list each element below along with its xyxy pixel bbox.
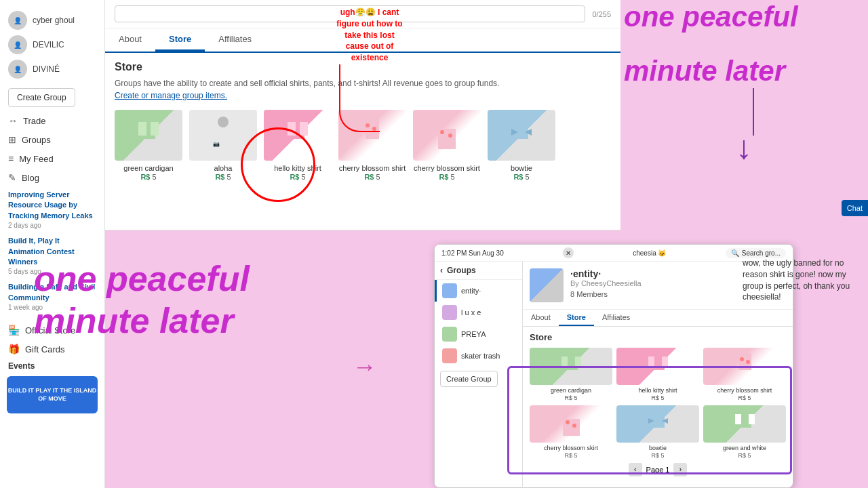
sidebar-item-label: Gift Cards bbox=[25, 344, 65, 354]
svg-point-12 bbox=[440, 130, 444, 134]
chat-button[interactable]: Chat bbox=[842, 200, 868, 216]
tab-store[interactable]: Store bbox=[155, 28, 205, 52]
item-card[interactable]: 📷 aloha R$ 5 bbox=[189, 110, 257, 181]
mobile-tabs-row: About Store Affiliates bbox=[523, 310, 793, 327]
tab-about[interactable]: About bbox=[105, 28, 155, 52]
mobile-store-title: Store bbox=[530, 332, 786, 342]
sidebar-nav: 👤 cyber ghoul 👤 DEVILIC 👤 DIVINÉ Create … bbox=[0, 0, 104, 422]
one-peaceful-label: one peaceful bbox=[34, 258, 250, 300]
item-card[interactable]: cherry blossom skirt R$ 5 bbox=[413, 110, 481, 181]
search-bar[interactable]: 🔍 Search gro... bbox=[726, 248, 786, 258]
blog-item[interactable]: Improving Server Resource Usage by Track… bbox=[8, 190, 96, 230]
mobile-item-card[interactable]: bowtie R$ 5 bbox=[616, 405, 699, 459]
mobile-group-item-skater[interactable]: skater trash bbox=[435, 345, 522, 367]
mobile-item-price: R$ 5 bbox=[530, 452, 612, 459]
mobile-item-card[interactable]: cherry blossom shirt R$ 5 bbox=[703, 348, 786, 401]
sidebar-item-myfeed[interactable]: ≡ My Feed bbox=[0, 149, 104, 168]
mobile-item-thumbnail bbox=[703, 405, 786, 443]
mobile-tab-store[interactable]: Store bbox=[559, 310, 594, 326]
item-price: R$ 5 bbox=[115, 173, 182, 181]
sidebar-item-trade[interactable]: ↔ Trade bbox=[0, 111, 104, 130]
sidebar-item-blog[interactable]: ✎ Blog bbox=[0, 168, 104, 187]
mobile-item-card[interactable]: hello kitty shirt R$ 5 bbox=[616, 348, 699, 401]
blog-title[interactable]: Improving Server Resource Usage by Track… bbox=[8, 190, 96, 221]
item-card[interactable]: hello kitty shirt R$ 5 bbox=[264, 110, 332, 181]
svg-rect-19 bbox=[648, 357, 654, 367]
time-label: 1:02 PM Sun Aug 30 bbox=[441, 249, 504, 257]
back-icon[interactable]: ‹ bbox=[440, 266, 443, 275]
create-group-button[interactable]: Create Group bbox=[8, 88, 75, 107]
entity-name: ·entity· bbox=[570, 268, 768, 279]
mobile-item-card[interactable]: green and white R$ 5 bbox=[703, 405, 786, 459]
robux-icon: R$ bbox=[651, 394, 660, 401]
sidebar-user[interactable]: 👤 DEVILIC bbox=[0, 33, 104, 57]
mobile-item-thumbnail bbox=[530, 348, 612, 385]
price-value: 5 bbox=[574, 452, 578, 459]
next-page-button[interactable]: › bbox=[673, 463, 687, 476]
minute-later-label: minute later bbox=[34, 300, 250, 342]
mobile-item-thumbnail bbox=[616, 405, 699, 443]
mobile-group-item-luxe[interactable]: l u x e bbox=[435, 302, 522, 323]
item-card[interactable]: bowtie R$ 5 bbox=[488, 110, 555, 181]
svg-rect-24 bbox=[563, 419, 580, 436]
mobile-item-name: cherry blossom shirt bbox=[703, 387, 786, 394]
svg-rect-20 bbox=[662, 357, 668, 367]
mobile-store-section: Store green cardigan R$ 5 bbox=[523, 327, 793, 486]
mobile-group-item-preya[interactable]: PREYA bbox=[435, 323, 522, 345]
svg-rect-6 bbox=[288, 122, 296, 136]
mobile-item-price: R$ 5 bbox=[616, 394, 699, 401]
group-name: skater trash bbox=[461, 352, 500, 360]
svg-rect-2 bbox=[151, 122, 159, 136]
store-icon: 🏪 bbox=[8, 325, 20, 336]
item-thumbnail bbox=[115, 110, 182, 161]
events-banner-text: BUILD IT PLAY IT THE ISLAND OF MOVE bbox=[7, 387, 98, 403]
mobile-item-card[interactable]: green cardigan R$ 5 bbox=[530, 348, 612, 401]
events-banner[interactable]: BUILD IT PLAY IT THE ISLAND OF MOVE bbox=[7, 376, 98, 413]
ugh-text: ugh😤😩 I cant figure out how to take this… bbox=[336, 7, 402, 62]
store-link[interactable]: Create or manage group items. bbox=[115, 91, 227, 100]
big-text-minute-later-top: minute later bbox=[624, 54, 868, 88]
tab-affiliates[interactable]: Affiliates bbox=[205, 28, 265, 52]
mobile-tab-affiliates[interactable]: Affiliates bbox=[594, 310, 638, 326]
svg-rect-27 bbox=[652, 411, 665, 428]
mobile-item-thumbnail bbox=[530, 405, 612, 443]
ugh-bubble: ugh😤😩 I cant figure out how to take this… bbox=[332, 7, 407, 64]
svg-point-23 bbox=[746, 360, 750, 364]
close-button[interactable]: ✕ bbox=[563, 247, 574, 258]
sidebar-item-groups[interactable]: ⊞ Groups bbox=[0, 130, 104, 149]
item-thumbnail bbox=[488, 110, 555, 161]
mobile-item-name: hello kitty shirt bbox=[616, 387, 699, 394]
price-value: 5 bbox=[748, 452, 751, 459]
mobile-topbar: 1:02 PM Sun Aug 30 ✕ cheesia 🐱 🔍 Search … bbox=[435, 245, 793, 262]
arrow-down-icon: ↓ bbox=[736, 129, 752, 166]
price-value: 5 bbox=[152, 173, 156, 181]
mobile-tab-about[interactable]: About bbox=[523, 310, 559, 326]
mobile-item-name: cherry blossom skirt bbox=[530, 445, 612, 452]
store-desc-text: Groups have the ability to create and se… bbox=[115, 79, 499, 88]
robux-icon: R$ bbox=[738, 452, 747, 459]
mobile-group-item-entity[interactable]: entity· bbox=[435, 280, 522, 302]
group-avatar bbox=[442, 283, 457, 298]
price-value: 5 bbox=[525, 173, 529, 181]
mobile-item-card[interactable]: cherry blossom skirt R$ 5 bbox=[530, 405, 612, 459]
wow-bubble: wow, the ugly banned for no reason shirt… bbox=[743, 258, 861, 303]
big-text-bottom-left: one peaceful minute later bbox=[34, 258, 250, 342]
robux-icon: R$ bbox=[513, 173, 523, 181]
group-avatar bbox=[442, 327, 457, 342]
svg-point-3 bbox=[218, 117, 229, 127]
item-card[interactable]: green cardigan R$ 5 bbox=[115, 110, 182, 181]
sidebar-item-label: Blog bbox=[22, 173, 39, 183]
mobile-create-group-button[interactable]: Create Group bbox=[440, 371, 498, 387]
sidebar-user[interactable]: 👤 DIVINÉ bbox=[0, 57, 104, 81]
svg-rect-1 bbox=[138, 122, 146, 136]
mobile-item-name: bowtie bbox=[616, 445, 699, 452]
svg-rect-7 bbox=[300, 122, 308, 136]
prev-page-button[interactable]: ‹ bbox=[629, 463, 642, 476]
sidebar-user[interactable]: 👤 cyber ghoul bbox=[0, 8, 104, 33]
arrow-down-line bbox=[753, 88, 754, 136]
groups-icon: ⊞ bbox=[8, 134, 16, 145]
sidebar-item-gift-cards[interactable]: 🎁 Gift Cards bbox=[0, 340, 104, 359]
item-price: R$ 5 bbox=[264, 173, 332, 181]
item-thumbnail: 📷 bbox=[189, 110, 257, 161]
svg-point-25 bbox=[566, 420, 570, 424]
